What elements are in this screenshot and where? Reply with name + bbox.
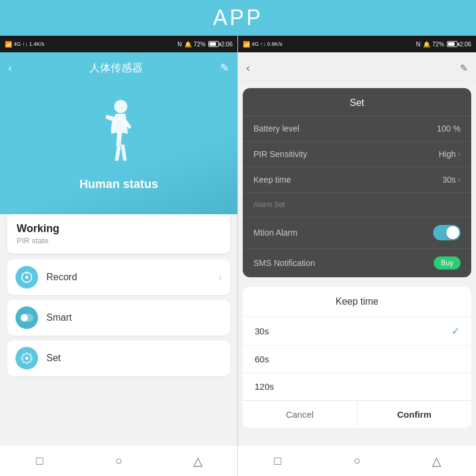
set-row-keeptime[interactable]: Keep time 30s › bbox=[243, 167, 471, 193]
svg-point-2 bbox=[26, 276, 29, 279]
set-row-pir[interactable]: PIR Sensitivity High › bbox=[243, 142, 471, 167]
set-row-alarm-section: Alarm Set bbox=[243, 193, 471, 217]
smart-label: Smart bbox=[46, 312, 222, 323]
right-nfc-icon: N bbox=[416, 41, 420, 48]
set-row-sms: SMS Notification Buy bbox=[243, 249, 471, 277]
record-icon-circle bbox=[15, 266, 38, 289]
hero-area: Human status bbox=[0, 83, 237, 214]
left-time: 2:06 bbox=[221, 41, 233, 48]
right-battery-pct: 72% bbox=[433, 41, 444, 48]
left-speed: 4G ↑↓ 1.4K/s bbox=[14, 41, 45, 47]
battery-value: 100 % bbox=[437, 124, 461, 133]
left-battery-icon bbox=[208, 41, 219, 47]
banner-title: APP bbox=[213, 5, 263, 30]
left-battery-pct: 72% bbox=[194, 41, 206, 48]
sms-buy-button[interactable]: Buy bbox=[434, 256, 461, 270]
left-back-button[interactable]: ‹ bbox=[8, 62, 12, 74]
left-signal-icon: 📶 bbox=[5, 41, 12, 48]
keeptime-label: Keep time bbox=[253, 175, 291, 184]
app-banner: APP bbox=[0, 0, 476, 36]
left-nav-square[interactable]: □ bbox=[28, 449, 52, 473]
right-battery-icon bbox=[447, 41, 458, 47]
right-status-bar: 📶 4G ↑↓ 0.9K/s N 🔔 72% 2:06 bbox=[238, 36, 476, 52]
dialog-actions: Cancel Confirm bbox=[243, 400, 471, 428]
svg-point-0 bbox=[114, 100, 127, 113]
working-card: Working PIR state bbox=[7, 214, 230, 253]
record-label: Record bbox=[46, 272, 219, 283]
working-subtitle: PIR state bbox=[17, 236, 221, 245]
left-bottom-nav: □ ○ △ bbox=[0, 445, 237, 476]
sms-label: SMS Notification bbox=[253, 258, 315, 268]
set-row-battery: Battery level 100 % bbox=[243, 116, 471, 142]
menu-item-set[interactable]: Set bbox=[7, 340, 230, 376]
set-panel: Set Battery level 100 % PIR Sensitivity … bbox=[243, 88, 471, 277]
pir-label: PIR Sensitivity bbox=[253, 149, 307, 159]
dialog-cancel-button[interactable]: Cancel bbox=[243, 401, 358, 428]
left-alarm-icon: 🔔 bbox=[184, 41, 192, 48]
option-30s-check: ✓ bbox=[452, 325, 459, 337]
right-signal-icon: 📶 bbox=[243, 41, 250, 48]
left-phone: 📶 4G ↑↓ 1.4K/s N 🔔 72% 2:06 ‹ 人体传感器 ✎ bbox=[0, 36, 238, 476]
dialog-option-60s[interactable]: 60s bbox=[243, 346, 471, 373]
right-speed: 4G ↑↓ 0.9K/s bbox=[252, 41, 283, 47]
left-nfc-icon: N bbox=[177, 41, 181, 48]
right-header: ‹ ✎ bbox=[238, 52, 476, 83]
right-nav-triangle[interactable]: △ bbox=[424, 449, 448, 473]
right-bottom-nav: □ ○ △ bbox=[238, 445, 476, 476]
left-nav-triangle[interactable]: △ bbox=[186, 449, 210, 473]
dialog-option-30s[interactable]: 30s ✓ bbox=[243, 317, 471, 346]
menu-item-record[interactable]: Record › bbox=[7, 259, 230, 295]
right-nav-square[interactable]: □ bbox=[266, 449, 290, 473]
smart-icon-circle bbox=[15, 306, 38, 329]
menu-list: Record › Smart bbox=[7, 259, 230, 376]
pir-value: High › bbox=[439, 149, 461, 159]
alarm-section-label: Alarm Set bbox=[253, 201, 285, 209]
svg-point-5 bbox=[21, 314, 28, 321]
right-back-button[interactable]: ‹ bbox=[246, 62, 250, 74]
option-30s-label: 30s bbox=[255, 326, 269, 336]
option-60s-label: 60s bbox=[255, 354, 269, 364]
battery-label: Battery level bbox=[253, 124, 299, 133]
motion-alarm-toggle[interactable] bbox=[433, 225, 461, 240]
working-title: Working bbox=[17, 223, 221, 235]
keeptime-value: 30s › bbox=[442, 175, 461, 184]
right-alarm-icon: 🔔 bbox=[423, 41, 430, 48]
left-status-bar: 📶 4G ↑↓ 1.4K/s N 🔔 72% 2:06 bbox=[0, 36, 237, 52]
human-figure bbox=[95, 95, 143, 173]
human-status-label: Human status bbox=[79, 177, 158, 191]
right-edit-button[interactable]: ✎ bbox=[460, 62, 468, 74]
set-label: Set bbox=[46, 353, 222, 364]
right-phone: 📶 4G ↑↓ 0.9K/s N 🔔 72% 2:06 ‹ ✎ Set bbox=[238, 36, 476, 476]
left-header: ‹ 人体传感器 ✎ bbox=[0, 52, 237, 83]
right-panel-content: Set Battery level 100 % PIR Sensitivity … bbox=[238, 83, 476, 445]
motion-alarm-label: Mtion Alarm bbox=[253, 228, 298, 237]
set-panel-title: Set bbox=[255, 98, 459, 108]
left-header-title: 人体传感器 bbox=[89, 61, 143, 75]
menu-item-smart[interactable]: Smart bbox=[7, 300, 230, 336]
dialog-confirm-button[interactable]: Confirm bbox=[358, 401, 472, 428]
left-nav-circle[interactable]: ○ bbox=[107, 449, 131, 473]
option-120s-label: 120s bbox=[255, 381, 274, 392]
set-icon-circle bbox=[15, 347, 38, 369]
dialog-option-120s[interactable]: 120s bbox=[243, 373, 471, 400]
record-chevron: › bbox=[219, 272, 222, 283]
right-time: 2:06 bbox=[460, 41, 471, 48]
right-nav-circle[interactable]: ○ bbox=[345, 449, 369, 473]
keep-time-dialog: Keep time 30s ✓ 60s 120s Cancel Confirm bbox=[243, 287, 471, 428]
dialog-title: Keep time bbox=[243, 287, 471, 317]
left-edit-button[interactable]: ✎ bbox=[220, 61, 229, 74]
set-row-motion-alarm: Mtion Alarm bbox=[243, 217, 471, 249]
set-title-row: Set bbox=[243, 88, 471, 116]
